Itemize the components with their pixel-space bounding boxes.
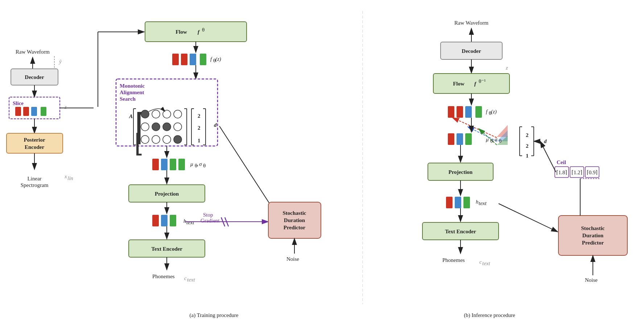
svg-line-105 — [540, 141, 556, 172]
inf-projection-label: Projection — [449, 169, 473, 175]
d-val-3: 1 — [198, 138, 201, 143]
svg-point-35 — [152, 135, 160, 143]
inf-raw-waveform: Raw Waveform — [454, 20, 488, 26]
matrix-a-label: A — [129, 113, 133, 119]
inf-c-text: c — [479, 259, 482, 265]
search-label: Search — [120, 96, 136, 102]
training-c-sub: text — [187, 277, 195, 283]
svg-point-29 — [174, 110, 182, 118]
training-noise: Noise — [286, 256, 299, 262]
svg-text:⌊: ⌊ — [134, 130, 144, 158]
alignment-box — [116, 79, 218, 146]
svg-point-27 — [152, 110, 160, 118]
inf-c-sub: text — [482, 260, 490, 266]
y-hat-label: ŷ — [58, 59, 62, 64]
svg-rect-50 — [161, 159, 168, 170]
training-phonemes: Phonemes — [152, 274, 175, 279]
diagram-container: Raw Waveform ŷ Decoder Slice z Posterior… — [0, 0, 644, 334]
training-flow-sub: θ — [202, 27, 205, 33]
svg-rect-17 — [181, 54, 187, 65]
svg-point-28 — [163, 110, 171, 118]
ceil-val-2: ⌈1.2⌉ — [571, 170, 583, 175]
training-flow-box — [145, 22, 247, 42]
ceil-label: Ceil — [557, 159, 566, 165]
inf-phonemes: Phonemes — [442, 257, 465, 263]
x-lin-label: x — [64, 174, 67, 179]
svg-point-32 — [163, 123, 171, 131]
inf-text-encoder-label: Text Encoder — [445, 229, 476, 234]
training-projection-label: Projection — [155, 191, 179, 197]
svg-rect-96 — [446, 197, 453, 208]
svg-line-47 — [219, 126, 274, 210]
training-flow-label: Flow — [176, 29, 187, 35]
svg-point-37 — [174, 135, 182, 143]
svg-rect-70 — [448, 106, 454, 118]
linear-spectrogram-label2: Spectrogram — [21, 182, 49, 188]
svg-rect-73 — [475, 106, 482, 118]
training-sdp-label1: Stochastic — [283, 210, 306, 216]
svg-rect-49 — [152, 159, 159, 170]
posterior-encoder-label2: Encoder — [25, 144, 45, 150]
svg-rect-72 — [465, 106, 472, 118]
d-val-1: 2 — [198, 113, 201, 119]
linear-spectrogram-label: Linear — [27, 176, 41, 181]
inf-flow-inv: ⁻¹ — [481, 78, 486, 84]
svg-rect-97 — [455, 197, 461, 208]
inf-flow-box — [433, 74, 509, 93]
svg-point-36 — [163, 135, 171, 143]
svg-point-31 — [152, 123, 160, 131]
svg-rect-16 — [172, 54, 179, 65]
caption-training: (a) Training procedure — [190, 312, 239, 318]
svg-rect-71 — [457, 106, 463, 118]
ceil-val-1: ⌈1.8⌉ — [556, 170, 567, 175]
svg-point-26 — [141, 110, 149, 118]
svg-rect-51 — [170, 159, 176, 170]
inf-d-val-2: 2 — [526, 143, 529, 149]
inf-h-text: h — [476, 199, 479, 205]
svg-rect-56 — [161, 215, 168, 226]
training-sigma-sub: θ — [203, 163, 206, 168]
svg-rect-9 — [15, 107, 21, 116]
stop-gradient-label: Stop — [203, 212, 213, 218]
inf-comma: , — [492, 137, 494, 142]
training-mu-sigma: μ — [190, 161, 193, 167]
inf-h-sub: text — [479, 200, 487, 206]
inf-z-label: z — [505, 65, 508, 71]
left-raw-waveform: Raw Waveform — [16, 49, 50, 55]
inf-flow-label: Flow — [453, 81, 465, 87]
inf-sigma: σ — [495, 137, 498, 142]
training-text-encoder-label: Text Encoder — [151, 246, 182, 252]
training-comma: , — [197, 161, 198, 167]
posterior-encoder-label: Posterior — [24, 137, 45, 143]
inf-mu-sigma: μ — [486, 137, 489, 142]
svg-point-33 — [174, 123, 182, 131]
training-sigma: σ — [199, 161, 202, 167]
svg-rect-52 — [178, 159, 185, 170]
caption-inference: (b) Inference procedure — [464, 312, 515, 318]
svg-rect-18 — [190, 54, 196, 65]
training-d-label: d — [214, 122, 217, 128]
alignment-label: Alignment — [120, 89, 144, 95]
inf-d-val-1: 2 — [526, 132, 529, 138]
training-h-text: h — [183, 218, 186, 224]
inf-noise: Noise — [585, 277, 598, 283]
svg-rect-98 — [463, 197, 470, 208]
inf-d-val-3: 1 — [526, 153, 529, 159]
svg-rect-57 — [170, 215, 176, 226]
d-val-2: 2 — [198, 125, 201, 131]
training-sdp-label2: Duration — [284, 217, 305, 223]
ceil-val-3: ⌈0.9⌉ — [587, 170, 598, 175]
inf-flow-output: f — [486, 109, 488, 114]
svg-rect-11 — [31, 107, 37, 116]
training-flow-output-label: f — [210, 56, 212, 62]
svg-rect-19 — [200, 54, 206, 65]
inf-sdp-label1: Stochastic — [581, 225, 605, 231]
training-flow-output-z: (z) — [215, 56, 221, 62]
inf-sdp-label2: Duration — [582, 233, 604, 238]
training-h-sub: text — [186, 220, 194, 225]
svg-rect-55 — [152, 215, 159, 226]
inf-decoder-label: Decoder — [462, 48, 481, 54]
svg-line-101 — [499, 204, 558, 232]
left-decoder-label: Decoder — [25, 74, 44, 80]
training-c-text: c — [184, 275, 187, 281]
